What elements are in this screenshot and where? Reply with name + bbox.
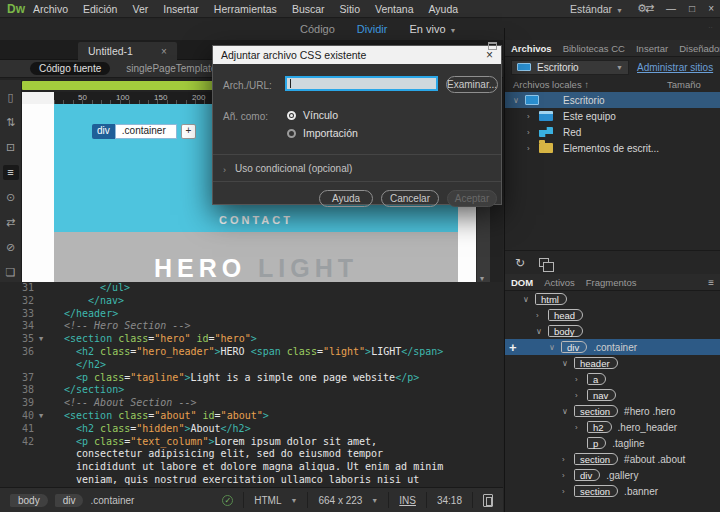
fold-arrow-icon[interactable]: ▼ [34, 410, 48, 423]
add-class-button[interactable]: + [181, 124, 196, 139]
tag-selector-class[interactable]: .container [90, 495, 134, 506]
dom-tree-item[interactable]: ›head [505, 307, 720, 323]
code-text[interactable]: <h2 class="hidden">About</h2> [52, 423, 251, 436]
sync-settings-icon[interactable]: ⚙⇄ [637, 2, 652, 15]
browse-button[interactable]: Examinar... [446, 76, 498, 93]
code-line[interactable]: 42<p class="text_column">Lorem ipsum dol… [0, 436, 503, 449]
code-text[interactable]: </ul> [52, 282, 130, 295]
menu-herramientas[interactable]: Herramientas [214, 3, 277, 15]
dom-tag-chip[interactable]: head [548, 309, 583, 321]
add-element-button[interactable]: + [509, 340, 517, 355]
file-tree-item[interactable]: ›Red [505, 124, 720, 140]
code-line[interactable]: 31</ul> [0, 282, 503, 295]
dom-tag-chip[interactable]: p [587, 437, 606, 449]
code-text[interactable]: <p class="tagline">Light is a simple one… [52, 372, 419, 385]
restore-button[interactable]: □ [689, 3, 695, 14]
window-size-select[interactable]: 664 x 223▼ [307, 492, 388, 508]
column-size[interactable]: Tamaño [667, 79, 701, 90]
fold-arrow-icon[interactable] [34, 461, 48, 474]
mode-code-button[interactable]: Código [300, 23, 335, 35]
tag-selector-body[interactable]: body [10, 494, 48, 507]
code-line[interactable]: 40▼<section class="about" id="about"> [0, 410, 503, 423]
dom-tag-chip[interactable]: body [548, 325, 583, 337]
code-line[interactable]: </h2> [0, 359, 503, 372]
menu-ayuda[interactable]: Ayuda [429, 3, 459, 15]
accept-button[interactable]: Aceptar [447, 190, 497, 207]
dom-tree-item[interactable]: ›div.gallery [505, 467, 720, 483]
fold-arrow-icon[interactable] [34, 436, 48, 449]
code-line[interactable]: 33</header> [0, 308, 503, 321]
element-tag-badge[interactable]: div [92, 124, 115, 139]
live-code-icon[interactable]: ⊡ [3, 140, 19, 155]
radio-link[interactable] [287, 111, 296, 120]
column-local-files[interactable]: Archivos locales ↑ [513, 79, 589, 90]
code-line[interactable]: 41<h2 class="hidden">About</h2> [0, 423, 503, 436]
mode-live-button[interactable]: En vivo▼ [409, 23, 456, 35]
site-select[interactable]: Escritorio ▼ [511, 60, 629, 75]
code-line[interactable]: 37<p class="tagline">Light is a simple o… [0, 372, 503, 385]
mode-split-button[interactable]: Dividir [357, 23, 388, 35]
code-line[interactable]: incididunt ut labore et dolore magna ali… [0, 461, 503, 474]
fold-arrow-icon[interactable] [34, 372, 48, 385]
file-tree-item[interactable]: ›Este equipo [505, 108, 720, 124]
menu-archivo[interactable]: Archivo [33, 3, 68, 15]
code-line[interactable]: 34<!-- Hero Section --> [0, 320, 503, 333]
dialog-close-icon[interactable]: × [486, 48, 493, 62]
file-management-icon[interactable]: ⇅ [3, 115, 19, 130]
expander-chevron-icon[interactable]: ∨ [513, 96, 525, 105]
dom-tree-item[interactable]: +∨div.container [505, 339, 720, 355]
code-text[interactable]: <!-- Hero Section --> [52, 320, 190, 333]
expander-chevron-icon[interactable]: › [527, 128, 539, 137]
code-line[interactable]: 38</section> [0, 384, 503, 397]
code-line[interactable]: 35▼<section class="hero" id="hero"> [0, 333, 503, 346]
hero-section[interactable]: HERO LIGHT [54, 232, 458, 285]
expander-chevron-icon[interactable]: ∨ [549, 343, 561, 352]
expander-chevron-icon[interactable]: › [527, 112, 539, 121]
code-text[interactable]: </h2> [52, 359, 106, 372]
doctype-select[interactable]: HTML▼ [243, 492, 307, 508]
expander-chevron-icon[interactable]: ∨ [562, 359, 574, 368]
dom-tree-item[interactable]: ∨html [505, 291, 720, 307]
element-display[interactable]: div .container + [92, 124, 196, 139]
code-text[interactable]: <section class="hero" id="hero"> [52, 333, 257, 346]
expander-chevron-icon[interactable]: ∨ [536, 327, 548, 336]
file-tree-item[interactable]: ∨Escritorio [505, 92, 720, 108]
expander-chevron-icon[interactable]: › [562, 487, 574, 496]
minimize-button[interactable]: — [666, 3, 676, 14]
tab-fragmentos[interactable]: Fragmentos [586, 277, 637, 288]
dom-tag-chip[interactable]: section [574, 485, 618, 497]
radio-import-label[interactable]: Importación [303, 127, 358, 139]
refresh-icon[interactable]: ↻ [515, 256, 525, 270]
file-tree-item[interactable]: ›Elementos de escrit... [505, 140, 720, 156]
dom-tag-chip[interactable]: section [574, 453, 618, 465]
expander-chevron-icon[interactable]: ∨ [523, 295, 535, 304]
code-view[interactable]: 31</ul>32</nav>33</header>34<!-- Hero Se… [0, 282, 503, 487]
fold-arrow-icon[interactable] [34, 448, 48, 461]
workspace-switcher[interactable]: Estándar▼ [570, 3, 623, 15]
expander-chevron-icon[interactable]: › [575, 391, 587, 400]
code-text[interactable]: <h2 class="hero_header">HERO <span class… [52, 346, 443, 359]
get-files-icon[interactable] [539, 258, 549, 267]
close-button[interactable]: × [708, 3, 714, 14]
close-tab-icon[interactable]: × [161, 46, 167, 57]
apply-comment-icon[interactable]: ❏ [3, 265, 19, 280]
code-line[interactable]: consectetur adipisicing elit, sed do eiu… [0, 448, 503, 461]
code-line[interactable]: 36<h2 class="hero_header">HERO <span cla… [0, 346, 503, 359]
dom-tree-item[interactable]: p.tagline [505, 435, 720, 451]
cancel-button[interactable]: Cancelar [381, 190, 439, 207]
code-text[interactable]: </section> [52, 384, 124, 397]
code-navigator-icon[interactable]: ⊙ [3, 190, 19, 205]
radio-link-label[interactable]: Vínculo [303, 109, 338, 121]
dom-tree-item[interactable]: ∨header [505, 355, 720, 371]
code-text[interactable]: </header> [52, 308, 118, 321]
expander-chevron-icon[interactable]: ∨ [562, 407, 574, 416]
tab-bibliotecas-cc[interactable]: Bibliotecas CC [563, 43, 625, 54]
files-column-headers[interactable]: Archivos locales ↑ Tamaño [505, 77, 720, 92]
radio-import[interactable] [287, 129, 296, 138]
nav-link-contact[interactable]: CONTACT [54, 214, 458, 226]
dom-tree-item[interactable]: ›nav [505, 387, 720, 403]
menu-sitio[interactable]: Sitio [340, 3, 360, 15]
menu-ver[interactable]: Ver [132, 3, 148, 15]
expander-chevron-icon[interactable]: › [575, 375, 587, 384]
code-line[interactable]: 32</nav> [0, 295, 503, 308]
